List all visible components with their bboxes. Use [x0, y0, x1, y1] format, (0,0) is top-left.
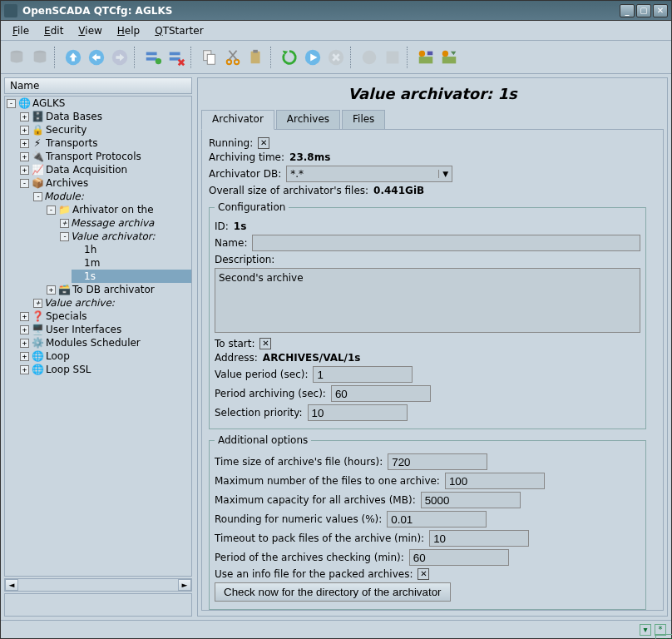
tree-item[interactable]: 1s	[72, 270, 191, 283]
tree-toggle-icon[interactable]: +	[33, 299, 42, 308]
menu-file[interactable]: File	[6, 23, 36, 38]
tree-item[interactable]: +🗄️Data Bases	[18, 110, 191, 123]
back-icon[interactable]	[86, 47, 107, 68]
config-a-icon[interactable]	[415, 47, 437, 68]
checking-period-input[interactable]	[409, 549, 509, 566]
tree-toggle-icon[interactable]: +	[20, 352, 29, 361]
description-input[interactable]	[215, 268, 640, 333]
minimize-button[interactable]: _	[620, 4, 635, 17]
id-value: 1s	[234, 220, 247, 232]
tree-item[interactable]: +⚡Transports	[18, 136, 191, 150]
archiving-period-input[interactable]	[331, 385, 431, 402]
tree-item-label: Module:	[44, 191, 84, 202]
tree-item[interactable]: +Value archive:	[32, 296, 191, 310]
value-period-input[interactable]	[313, 366, 413, 383]
paste-icon[interactable]	[245, 47, 267, 68]
tree-horizontal-scroll[interactable]: ◄ ►	[4, 578, 192, 592]
tab-archives[interactable]: Archives	[276, 110, 340, 130]
tree-toggle-icon[interactable]: -	[7, 99, 16, 108]
menu-help[interactable]: Help	[111, 23, 146, 38]
copy-icon[interactable]	[199, 47, 220, 68]
id-label: ID:	[215, 220, 229, 232]
delete-item-icon[interactable]	[166, 47, 187, 68]
tree-toggle-icon[interactable]: +	[60, 219, 69, 228]
tree[interactable]: -🌐AGLKS+🗄️Data Bases+🔒Security+⚡Transpor…	[4, 96, 192, 577]
tree-item[interactable]: +🔒Security	[18, 123, 191, 136]
scroll-right-icon[interactable]: ►	[178, 579, 191, 591]
time-size-label: Time size of archive's file (hours):	[215, 456, 383, 468]
tree-item[interactable]: -🌐AGLKS	[5, 97, 191, 110]
tree-item[interactable]: 1m	[72, 256, 191, 270]
tree-item[interactable]: +🖥️User Interfaces	[18, 323, 191, 336]
svg-rect-8	[170, 52, 180, 55]
tab-files[interactable]: Files	[342, 110, 385, 130]
max-files-input[interactable]	[445, 473, 545, 489]
menu-qtstarter[interactable]: QTStarter	[148, 23, 210, 38]
tree-item[interactable]: +🌐Loop	[18, 349, 191, 363]
svg-point-24	[442, 50, 448, 56]
archivator-db-label: Archivator DB:	[209, 168, 281, 180]
tree-toggle-icon[interactable]: +	[20, 166, 29, 175]
tree-item[interactable]: +📈Data Acquisition	[18, 163, 191, 176]
tree-item[interactable]: +🌐Loop SSL	[18, 363, 191, 376]
tree-toggle-icon[interactable]: -	[33, 192, 42, 201]
tree-toggle-icon[interactable]: -	[60, 232, 69, 241]
overall-size-value: 0.441GiB	[373, 185, 424, 196]
name-input[interactable]	[252, 235, 640, 251]
up-icon[interactable]	[62, 47, 84, 68]
tree-item[interactable]: +Message archiva	[58, 216, 191, 230]
info-file-checkbox[interactable]: ✕	[418, 568, 429, 580]
tree-toggle-icon[interactable]: +	[20, 312, 29, 321]
archivator-db-combo[interactable]: *.* ▼	[286, 166, 452, 182]
add-item-icon[interactable]	[142, 47, 164, 68]
tab-archivator[interactable]: Archivator	[201, 110, 274, 130]
timeout-input[interactable]	[429, 530, 529, 547]
maximize-button[interactable]: ▢	[636, 4, 651, 17]
tree-toggle-icon[interactable]: +	[20, 339, 29, 348]
selection-priority-input[interactable]	[308, 404, 408, 421]
tree-item[interactable]: -Value archivator:	[58, 230, 191, 243]
status-indicator-b[interactable]: * roman	[655, 624, 666, 636]
tree-item[interactable]: -📁Arhivator on the	[45, 203, 191, 216]
to-start-checkbox[interactable]: ✕	[259, 338, 271, 349]
tree-item[interactable]: -Module:	[32, 190, 191, 203]
close-button[interactable]: ✕	[653, 4, 668, 17]
run-icon[interactable]	[302, 47, 324, 68]
tree-toggle-icon[interactable]: +	[20, 365, 29, 374]
menu-view[interactable]: View	[72, 23, 108, 38]
tree-item[interactable]: +🔌Transport Protocols	[18, 150, 191, 163]
status-user[interactable]: roman	[655, 634, 672, 640]
cut-icon[interactable]	[222, 47, 244, 68]
refresh-icon[interactable]	[279, 47, 300, 68]
tree-toggle-icon[interactable]: +	[20, 139, 29, 148]
tree-item[interactable]: +🗃️To DB archivator	[45, 283, 191, 296]
configuration-group: Configuration ID: 1s Name: Description:	[209, 201, 646, 429]
menu-edit[interactable]: Edit	[37, 23, 70, 38]
check-now-button[interactable]: Check now for the directory of the archi…	[215, 582, 451, 602]
tree-toggle-icon[interactable]: -	[20, 179, 29, 188]
time-size-input[interactable]	[388, 453, 487, 470]
tree-item[interactable]: 1h	[72, 243, 191, 256]
svg-point-7	[156, 57, 161, 63]
tree-toggle-icon[interactable]: -	[47, 206, 56, 215]
tree-item[interactable]: +⚙️Modules Scheduler	[18, 336, 191, 349]
scroll-left-icon[interactable]: ◄	[5, 579, 18, 591]
tree-item[interactable]: +❓Specials	[18, 310, 191, 323]
config-b-icon[interactable]	[438, 47, 460, 68]
max-capacity-input[interactable]	[421, 492, 521, 508]
tree-item[interactable]: -📦Archives	[18, 176, 191, 190]
tree-item-label: Arhivator on the	[72, 204, 154, 215]
rounding-input[interactable]	[387, 511, 487, 528]
tree-toggle-icon[interactable]: +	[20, 126, 29, 135]
configuration-legend: Configuration	[215, 201, 289, 213]
status-indicator-a[interactable]: ▾	[640, 624, 651, 636]
tree-column-header[interactable]: Name	[4, 77, 192, 94]
db-save-icon	[29, 47, 51, 68]
tree-item-label: 1h	[84, 244, 96, 255]
tree-toggle-icon[interactable]: +	[20, 112, 29, 121]
tree-toggle-icon[interactable]: +	[47, 285, 56, 295]
timeout-label: Timeout to pack files of the archive (mi…	[215, 532, 424, 544]
running-checkbox[interactable]: ✕	[258, 137, 269, 149]
tree-toggle-icon[interactable]: +	[20, 325, 29, 334]
tree-toggle-icon[interactable]: +	[20, 152, 29, 161]
